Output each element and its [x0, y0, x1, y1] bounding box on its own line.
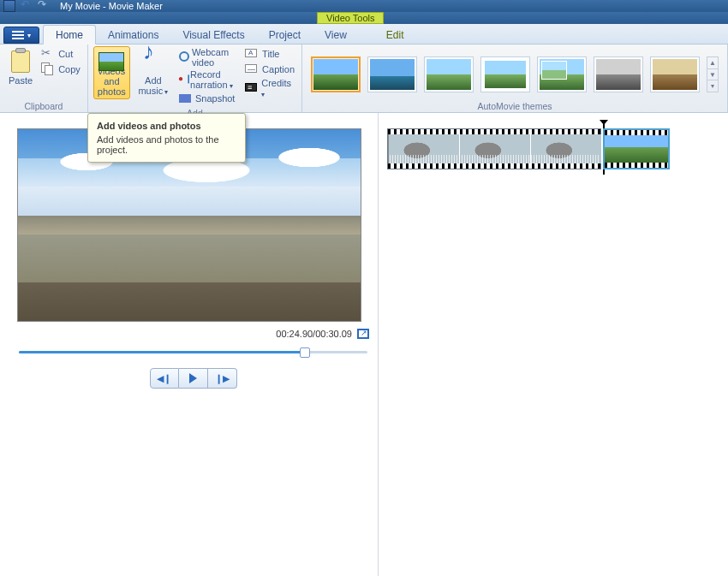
add-videos-photos-button[interactable]: Add videos and photos: [93, 46, 130, 99]
theme-default[interactable]: [311, 56, 361, 92]
theme-4[interactable]: [480, 56, 530, 92]
theme-7[interactable]: [650, 56, 700, 92]
music-note-icon: [141, 50, 165, 74]
quick-access-toolbar: [3, 0, 50, 12]
content-area: Add videos and photos Add videos and pho…: [0, 113, 728, 576]
seek-bar[interactable]: [19, 347, 367, 356]
timeline-clip-photo[interactable]: [603, 128, 670, 169]
webcam-icon: [178, 50, 188, 64]
caption-icon: [245, 62, 259, 76]
tab-edit[interactable]: Edit: [374, 26, 416, 44]
add-music-button[interactable]: Add music: [134, 46, 173, 99]
gallery-scroll[interactable]: ▲ ▼ ▾: [707, 56, 719, 92]
add-music-label: Add music: [137, 75, 170, 98]
group-clipboard: Paste Cut Copy Clipboard: [0, 45, 88, 112]
snapshot-button[interactable]: Snapshot: [176, 91, 240, 106]
fullscreen-icon[interactable]: [357, 329, 369, 339]
play-icon: [189, 373, 197, 383]
contextual-tab-strip: Video Tools: [0, 12, 728, 24]
timeline-pane[interactable]: [379, 113, 728, 576]
tooltip-body: Add videos and photos to the project.: [97, 134, 236, 155]
caption-button[interactable]: Caption: [243, 62, 296, 77]
copy-icon: [41, 62, 55, 76]
play-button[interactable]: [179, 368, 208, 389]
prev-frame-button[interactable]: ◀❙: [150, 368, 179, 389]
gallery-more-icon[interactable]: ▾: [707, 80, 718, 92]
title-bar: My Movie - Movie Maker: [0, 0, 728, 12]
timeline-strip[interactable]: [387, 128, 719, 169]
paste-button[interactable]: Paste: [5, 46, 36, 99]
caption-label: Caption: [262, 64, 295, 74]
ribbon: Paste Cut Copy Clipboard Add vide: [0, 45, 728, 113]
cut-label: Cut: [58, 49, 73, 59]
video-tools-context[interactable]: Video Tools: [317, 12, 384, 24]
theme-5[interactable]: [537, 56, 587, 92]
paste-icon: [9, 50, 33, 74]
gallery-down-icon[interactable]: ▼: [707, 69, 718, 81]
add-videos-photos-icon: [99, 50, 123, 54]
redo-icon[interactable]: [38, 0, 50, 12]
playback-controls: ◀❙ ❙▶: [17, 368, 369, 389]
automovie-group-label: AutoMovie themes: [307, 99, 722, 112]
snapshot-label: Snapshot: [195, 93, 235, 104]
tab-animations[interactable]: Animations: [96, 26, 170, 44]
tooltip: Add videos and photos Add videos and pho…: [87, 113, 246, 163]
copy-label: Copy: [58, 64, 81, 74]
tab-project[interactable]: Project: [257, 26, 313, 44]
webcam-video-button[interactable]: Webcam video: [176, 46, 240, 68]
seek-thumb[interactable]: [300, 347, 310, 358]
app-menu-button[interactable]: [3, 27, 39, 44]
clipboard-group-label: Clipboard: [5, 99, 82, 112]
title-icon: [245, 47, 259, 61]
group-add: Add videos and photos Add music Webcam v…: [88, 45, 302, 112]
theme-6[interactable]: [594, 56, 643, 92]
ribbon-tabs: Home Animations Visual Effects Project V…: [0, 24, 728, 45]
preview-pane: Add videos and photos Add videos and pho…: [0, 113, 379, 576]
webcam-video-label: Webcam video: [192, 47, 238, 68]
timeline-clip-video[interactable]: [387, 128, 601, 169]
record-icon: [178, 73, 187, 86]
group-automovie-themes: ▲ ▼ ▾ AutoMovie themes: [302, 45, 728, 112]
tab-visual-effects[interactable]: Visual Effects: [170, 26, 256, 44]
paste-label: Paste: [9, 75, 33, 86]
save-icon[interactable]: [3, 0, 15, 12]
credits-button[interactable]: Credits: [243, 77, 296, 99]
record-narration-button[interactable]: Record narration: [176, 68, 240, 91]
snapshot-icon: [178, 92, 192, 105]
tab-home[interactable]: Home: [43, 25, 96, 45]
tab-view[interactable]: View: [313, 26, 359, 44]
record-narration-label: Record narration: [190, 69, 238, 90]
cut-icon: [41, 47, 55, 61]
tooltip-title: Add videos and photos: [97, 121, 236, 131]
undo-icon[interactable]: [21, 0, 33, 12]
copy-button[interactable]: Copy: [39, 62, 82, 77]
credits-icon: [245, 81, 258, 95]
credits-label: Credits: [261, 78, 295, 98]
theme-2[interactable]: [367, 56, 417, 92]
title-label: Title: [262, 49, 279, 59]
theme-3[interactable]: [424, 56, 474, 92]
time-display: 00:24.90/00:30.09: [276, 329, 352, 339]
window-title: My Movie - Movie Maker: [60, 1, 163, 11]
title-button[interactable]: Title: [243, 46, 296, 62]
cut-button[interactable]: Cut: [39, 46, 82, 62]
gallery-up-icon[interactable]: ▲: [707, 57, 718, 69]
next-frame-button[interactable]: ❙▶: [208, 368, 237, 389]
